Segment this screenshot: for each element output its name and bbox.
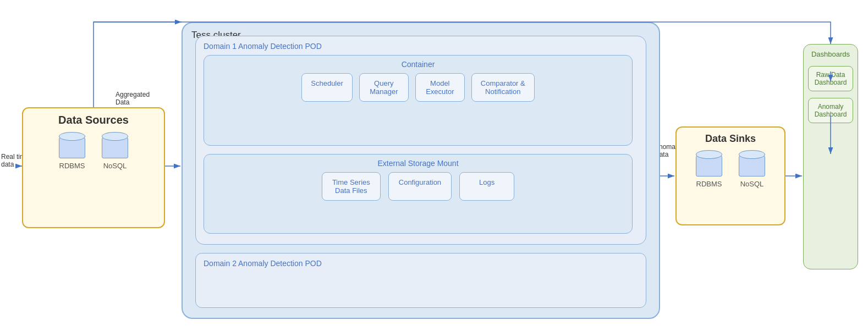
- container-items: Scheduler QueryManager ModelExecutor Com…: [211, 73, 625, 102]
- data-sinks-title: Data Sinks: [682, 133, 779, 145]
- data-sinks-db-icons: RDBMS NoSQL: [682, 150, 779, 188]
- configuration-item: Configuration: [388, 172, 452, 201]
- cylinder-top4: [739, 150, 765, 159]
- rdbms-icon-sinks: RDBMS: [696, 150, 722, 188]
- nosql-icon-sources: NoSQL: [102, 132, 128, 170]
- query-manager-item: QueryManager: [359, 73, 409, 102]
- domain1-title: Domain 1 Anomaly Detection POD: [204, 42, 638, 51]
- domain2-title: Domain 2 Anomaly Detection POD: [204, 259, 638, 268]
- storage-title: External Storage Mount: [211, 159, 625, 168]
- model-executor-item: ModelExecutor: [415, 73, 465, 102]
- nosql-label-sinks: NoSQL: [740, 180, 764, 188]
- architecture-diagram: Real time data Aggregated Data Anomaly D…: [0, 0, 868, 331]
- rdbms-cylinder-sinks: [696, 150, 722, 178]
- nosql-cylinder-sources: [102, 132, 128, 159]
- rdbms-cylinder-sources: [59, 132, 85, 159]
- storage-box: External Storage Mount Time SeriesData F…: [204, 154, 633, 234]
- aggregated-data-label: Aggregated Data: [116, 91, 150, 106]
- rdbms-label-sources: RDBMS: [59, 162, 85, 170]
- rdbms-icon-sources: RDBMS: [59, 132, 85, 170]
- dashboards-title: Dashboards: [808, 50, 853, 58]
- comparator-notification-item: Comparator &Notification: [471, 73, 535, 102]
- data-sources-title: Data Sources: [29, 114, 158, 126]
- scheduler-item: Scheduler: [301, 73, 353, 102]
- rdbms-label-sinks: RDBMS: [696, 180, 722, 188]
- container-title: Container: [211, 60, 625, 69]
- anomaly-dashboard: AnomalyDashboard: [808, 98, 853, 123]
- cylinder-top: [59, 132, 85, 141]
- domain2-pod: Domain 2 Anomaly Detection POD: [195, 253, 646, 308]
- nosql-icon-sinks: NoSQL: [739, 150, 765, 188]
- nosql-cylinder-sinks: [739, 150, 765, 178]
- logs-item: Logs: [459, 172, 514, 201]
- cylinder-top3: [696, 150, 722, 159]
- nosql-label-sources: NoSQL: [103, 162, 127, 170]
- data-sources-box: Data Sources RDBMS NoSQL: [22, 107, 165, 228]
- data-sinks-box: Data Sinks RDBMS NoSQL: [675, 126, 785, 225]
- time-series-item: Time SeriesData Files: [322, 172, 381, 201]
- container-box: Container Scheduler QueryManager ModelEx…: [204, 55, 633, 146]
- data-sources-db-icons: RDBMS NoSQL: [29, 132, 158, 170]
- dashboards-box: Dashboards Raw DataDashboard AnomalyDash…: [803, 44, 858, 269]
- raw-data-dashboard: Raw DataDashboard: [808, 66, 853, 91]
- storage-items: Time SeriesData Files Configuration Logs: [211, 172, 625, 201]
- cylinder-top2: [102, 132, 128, 141]
